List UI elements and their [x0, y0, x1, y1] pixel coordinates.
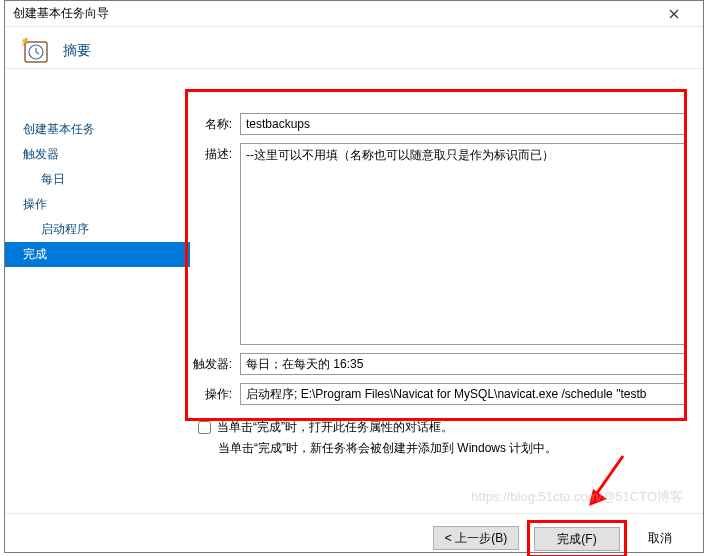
nav-item-4[interactable]: 启动程序 [5, 217, 190, 242]
wizard-dialog: 创建基本任务向导 摘要 创建基本任务触发器每日操作启动程序完成 名称: 描述: [4, 0, 704, 553]
back-button[interactable]: < 上一步(B) [433, 526, 519, 550]
close-button[interactable] [653, 3, 695, 25]
header-title: 摘要 [63, 42, 91, 60]
content-area: 名称: 描述: 触发器: 操作: 当单击“完成”时，打开此任务属性的对话框。 [190, 69, 703, 505]
description-label: 描述: [190, 143, 240, 163]
nav-item-2[interactable]: 每日 [5, 167, 190, 192]
nav-item-5[interactable]: 完成 [5, 242, 190, 267]
name-label: 名称: [190, 113, 240, 133]
cancel-button[interactable]: 取消 [635, 526, 685, 550]
nav-item-0[interactable]: 创建基本任务 [5, 117, 190, 142]
trigger-label: 触发器: [190, 353, 240, 373]
action-label: 操作: [190, 383, 240, 403]
titlebar: 创建基本任务向导 [5, 1, 703, 27]
description-textarea[interactable] [240, 143, 685, 345]
finish-button[interactable]: 完成(F) [534, 527, 620, 551]
name-input[interactable] [240, 113, 685, 135]
close-icon [669, 9, 679, 19]
button-row: < 上一步(B) 完成(F) 取消 [5, 513, 703, 556]
watermark: https://blog.51cto.com/@51CTO博客 [471, 488, 683, 506]
nav-sidebar: 创建基本任务触发器每日操作启动程序完成 [5, 69, 190, 505]
header: 摘要 [5, 27, 703, 69]
dialog-title: 创建基本任务向导 [13, 5, 653, 22]
open-properties-checkbox[interactable] [198, 421, 211, 434]
nav-item-3[interactable]: 操作 [5, 192, 190, 217]
clock-icon [21, 36, 51, 66]
body: 创建基本任务触发器每日操作启动程序完成 名称: 描述: 触发器: 操作: [5, 69, 703, 505]
action-input[interactable] [240, 383, 685, 405]
annotation-red-box-finish: 完成(F) [527, 520, 627, 556]
info-text: 当单击“完成”时，新任务将会被创建并添加到 Windows 计划中。 [198, 440, 667, 457]
nav-item-1[interactable]: 触发器 [5, 142, 190, 167]
trigger-input[interactable] [240, 353, 685, 375]
bottom-area: 当单击“完成”时，打开此任务属性的对话框。 当单击“完成”时，新任务将会被创建并… [190, 413, 685, 457]
checkbox-label: 当单击“完成”时，打开此任务属性的对话框。 [217, 419, 453, 436]
